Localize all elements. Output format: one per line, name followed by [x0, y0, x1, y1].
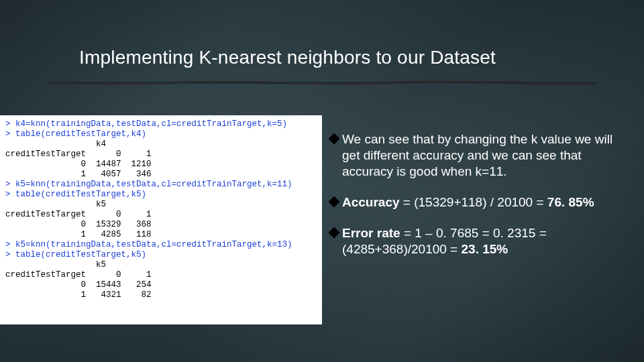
metric-expr: = (15329+118) / 20100 =: [400, 195, 547, 209]
code-line: > table(creditTestTarget,k5): [5, 250, 146, 259]
code-line: 1 4057 346: [5, 170, 152, 179]
bullet-text: We can see that by changing the k value …: [342, 131, 625, 180]
bullet-list: We can see that by changing the k value …: [330, 131, 625, 272]
title-underline: [48, 80, 596, 84]
code-line: 1 4285 118: [5, 230, 152, 239]
r-console-output: > k4=knn(trainingData,testData,cl=credit…: [0, 115, 322, 324]
code-line: > table(creditTestTarget,k4): [5, 129, 146, 139]
code-line: > k5=knn(trainingData,testData,cl=credit…: [5, 240, 292, 249]
metric-label: Accuracy: [342, 195, 400, 209]
bullet-item: Accuracy = (15329+118) / 20100 = 76. 85%: [330, 194, 625, 210]
code-line: > table(creditTestTarget,k5): [5, 190, 146, 199]
metric-label: Error rate: [342, 226, 400, 240]
code-line: > k5=knn(trainingData,testData,cl=credit…: [5, 180, 292, 189]
bullet-text: Accuracy = (15329+118) / 20100 = 76. 85%: [342, 194, 625, 210]
metric-value: 76. 85%: [547, 195, 594, 209]
diamond-bullet-icon: [329, 227, 340, 239]
diamond-bullet-icon: [329, 196, 340, 208]
code-line: k5: [5, 260, 106, 269]
code-line: creditTestTarget 0 1: [5, 270, 152, 280]
code-line: creditTestTarget 0 1: [5, 210, 152, 219]
code-line: > k4=knn(trainingData,testData,cl=credit…: [5, 119, 287, 129]
code-line: creditTestTarget 0 1: [5, 149, 152, 159]
code-line: 0 14487 1210: [5, 160, 152, 169]
diamond-bullet-icon: [329, 133, 340, 145]
code-line: k4: [5, 139, 106, 149]
bullet-text: Error rate = 1 – 0. 7685 = 0. 2315 = (42…: [342, 225, 625, 257]
bullet-item: We can see that by changing the k value …: [330, 131, 625, 180]
code-line: 1 4321 82: [5, 290, 152, 300]
code-line: k5: [5, 200, 106, 209]
slide-title: Implementing K-nearest neighbors to our …: [79, 47, 496, 68]
bullet-item: Error rate = 1 – 0. 7685 = 0. 2315 = (42…: [330, 225, 625, 257]
code-line: 0 15329 368: [5, 220, 152, 229]
metric-value: 23. 15%: [462, 242, 508, 256]
code-line: 0 15443 254: [5, 280, 152, 290]
